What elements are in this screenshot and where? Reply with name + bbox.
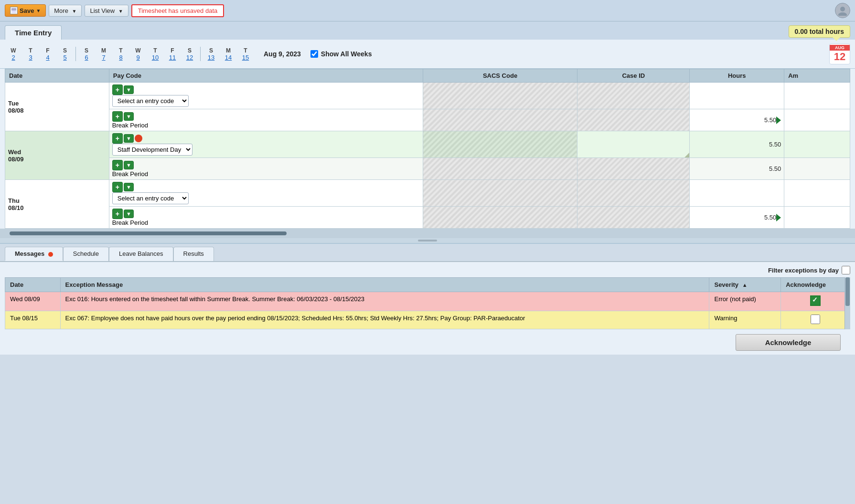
acknowledge-button-area: Acknowledge [5, 334, 850, 351]
acknowledge-checkbox[interactable] [811, 315, 820, 324]
col-severity[interactable]: Severity ▲ [709, 278, 781, 292]
table-row: Wed08/09 + ▼ Staff Development Day [5, 131, 850, 158]
paycode-text: Break Period [112, 122, 148, 129]
horizontal-scrollbar[interactable] [0, 231, 855, 236]
caseid-cell [577, 83, 690, 109]
filter-checkbox[interactable] [842, 266, 850, 274]
toolbar: Save ▼ More ▼ List View ▼ Timesheet has … [0, 0, 855, 21]
entry-dropdown-button[interactable]: ▼ [124, 183, 134, 191]
time-entry-tab[interactable]: Time Entry [5, 25, 62, 40]
tab-schedule-label: Schedule [73, 250, 99, 257]
col-acknowledge: Acknowledge [781, 278, 850, 292]
show-all-weeks-area: Show All Weeks [310, 50, 372, 58]
tab-schedule[interactable]: Schedule [63, 247, 109, 261]
msg-exception-1: Exc 016: Hours entered on the timesheet … [60, 292, 709, 311]
user-avatar [835, 3, 850, 18]
week-sep-1 [75, 47, 76, 61]
am-cell [784, 158, 850, 180]
col-msg-date: Date [5, 278, 61, 292]
am-cell [784, 83, 850, 109]
sacs-cell [423, 109, 577, 131]
horizontal-scrollbar-row [0, 229, 855, 238]
scrollbar-thumb-right[interactable] [845, 277, 850, 306]
hours-cell: 5.50 [690, 207, 784, 229]
show-all-weeks-label: Show All Weeks [321, 50, 372, 58]
add-entry-button[interactable]: + [112, 160, 123, 170]
msg-ack-2 [781, 311, 850, 329]
more-arrow-icon: ▼ [72, 9, 77, 14]
entry-dropdown-button[interactable]: ▼ [124, 134, 134, 143]
messages-table: Date Exception Message Severity ▲ Acknow… [5, 277, 850, 329]
resize-handle-row[interactable] [0, 238, 855, 243]
day-F-11: F 11 [164, 47, 181, 61]
svg-point-1 [838, 12, 847, 16]
paycode-cell: + ▼ Break Period [109, 158, 423, 180]
acknowledge-checked-icon[interactable] [810, 295, 821, 306]
right-scrollbar[interactable] [844, 277, 850, 329]
paycode-cell: + ▼ Break Period [109, 207, 423, 229]
tab-leave-balances[interactable]: Leave Balances [109, 247, 173, 261]
entry-dropdown-button[interactable]: ▼ [124, 112, 134, 121]
paycode-select[interactable]: Select an entry code [112, 95, 189, 107]
caseid-cell [577, 131, 690, 158]
time-entry-grid: Date Pay Code SACS Code Case ID Hours Am… [0, 69, 855, 229]
col-exception-message: Exception Message [60, 278, 709, 292]
messages-table-wrapper: Date Exception Message Severity ▲ Acknow… [5, 277, 850, 329]
day-T-15: T 15 [237, 47, 254, 61]
sacs-cell [423, 158, 577, 180]
paycode-select[interactable]: Select an entry code [112, 192, 189, 204]
msg-ack-1 [781, 292, 850, 311]
more-button[interactable]: More ▼ [49, 5, 82, 17]
week2-days: S 6 M 7 T 8 W 9 T 10 F 11 [78, 47, 198, 61]
resize-handle[interactable] [418, 240, 437, 242]
entry-dropdown-button[interactable]: ▼ [124, 85, 134, 94]
scrollbar-thumb[interactable] [10, 231, 287, 235]
tab-leave-label: Leave Balances [119, 250, 163, 257]
tab-header: Time Entry 0.00 total hours [0, 21, 855, 40]
severity-sort-icon: ▲ [742, 282, 748, 288]
add-entry-button[interactable]: + [112, 182, 123, 192]
acknowledge-button[interactable]: Acknowledge [736, 334, 841, 351]
tab-results-label: Results [183, 250, 204, 257]
tab-messages-label: Messages [15, 250, 44, 257]
am-cell [784, 131, 850, 158]
save-icon [10, 7, 18, 14]
grid-table: Date Pay Code SACS Code Case ID Hours Am… [5, 69, 850, 229]
add-entry-button[interactable]: + [112, 84, 123, 95]
show-all-weeks-checkbox[interactable] [310, 50, 318, 58]
paycode-text: Break Period [112, 170, 148, 178]
hours-cell [690, 180, 784, 207]
save-button[interactable]: Save ▼ [5, 4, 46, 17]
entry-dropdown-button[interactable]: ▼ [124, 161, 134, 169]
entry-btn-group: + ▼ [112, 133, 420, 144]
msg-severity-2: Warning [709, 311, 781, 329]
tab-messages[interactable]: Messages [5, 247, 63, 261]
day-S-13: S 13 [203, 47, 220, 61]
col-caseid: Case ID [577, 69, 690, 83]
msg-date-1: Wed 08/09 [5, 292, 61, 311]
paycode-text: Break Period [112, 219, 148, 226]
am-cell [784, 207, 850, 229]
filter-label: Filter exceptions by day [768, 267, 839, 274]
grid-header-row: Date Pay Code SACS Code Case ID Hours Am [5, 69, 850, 83]
tab-results[interactable]: Results [173, 247, 214, 261]
message-row-warning: Tue 08/15 Exc 067: Employee does not hav… [5, 311, 850, 329]
entry-dropdown-button[interactable]: ▼ [124, 210, 134, 218]
main-panel: Time Entry 0.00 total hours W 2 T 3 F 4 … [0, 21, 855, 243]
save-dropdown-arrow[interactable]: ▼ [36, 8, 41, 13]
week-sep-2 [200, 47, 201, 61]
add-entry-button[interactable]: + [112, 209, 123, 219]
paycode-select[interactable]: Staff Development Day [112, 144, 192, 156]
add-entry-button[interactable]: + [112, 133, 123, 144]
col-date: Date [5, 69, 109, 83]
col-sacs: SACS Code [423, 69, 577, 83]
add-entry-button[interactable]: + [112, 111, 123, 122]
bottom-panel: Messages Schedule Leave Balances Results… [0, 243, 855, 355]
calendar-icon-button[interactable]: AUG 12 [829, 43, 850, 64]
paycode-cell: + ▼ Break Period [109, 109, 423, 131]
caseid-cell [577, 207, 690, 229]
sacs-cell [423, 131, 577, 158]
day-M-14: M 14 [220, 47, 237, 61]
listview-button[interactable]: List View ▼ [85, 5, 128, 17]
day-M-7: M 7 [95, 47, 112, 61]
